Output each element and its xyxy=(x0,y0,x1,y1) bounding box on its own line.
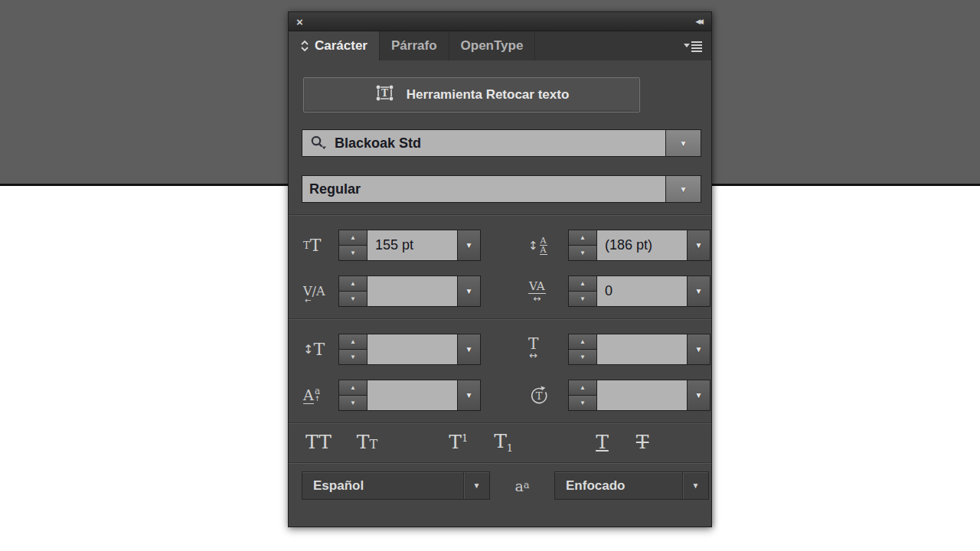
strikethrough-button[interactable]: T xyxy=(636,432,649,452)
font-size-input[interactable]: 155 pt xyxy=(367,230,457,260)
superscript-button[interactable]: T1 xyxy=(449,432,468,452)
leading-dropdown-button[interactable]: ▼ xyxy=(687,230,710,260)
font-size-icon: TT xyxy=(303,237,338,254)
text-rotation-stepper[interactable]: ▲ ▼ xyxy=(569,380,596,410)
step-down-icon[interactable]: ▼ xyxy=(339,292,367,306)
font-size-control: ▲ ▼ 155 pt ▼ xyxy=(338,230,481,261)
kerning-dropdown-button[interactable]: ▼ xyxy=(457,276,480,306)
language-dropdown[interactable]: Español ▼ xyxy=(302,471,490,500)
step-up-icon[interactable]: ▲ xyxy=(569,276,596,292)
tracking-icon: VA↔ xyxy=(528,279,568,304)
touch-type-tool-icon: T xyxy=(374,83,395,107)
font-size-stepper[interactable]: ▲ ▼ xyxy=(339,230,367,260)
baseline-shift-icon: A a↑ xyxy=(303,386,338,404)
baseline-shift-dropdown-button[interactable]: ▼ xyxy=(457,380,480,410)
chevron-down-icon: ▼ xyxy=(695,345,703,354)
step-up-icon[interactable]: ▲ xyxy=(339,334,367,350)
divider xyxy=(289,214,711,215)
chevron-down-icon: ▼ xyxy=(695,287,703,295)
step-down-icon[interactable]: ▼ xyxy=(569,396,596,410)
vertical-scale-input[interactable] xyxy=(367,334,457,364)
panel-menu-icon[interactable] xyxy=(675,31,711,60)
vertical-scale-stepper[interactable]: ▲ ▼ xyxy=(339,334,367,364)
leading-stepper[interactable]: ▲ ▼ xyxy=(569,230,596,260)
font-style-value: Regular xyxy=(309,181,361,197)
tracking-dropdown-button[interactable]: ▼ xyxy=(687,276,710,306)
language-value: Español xyxy=(302,478,463,494)
chevron-down-icon: ▼ xyxy=(680,139,688,148)
kerning-control: ▲ ▼ ▼ xyxy=(338,276,481,307)
horizontal-scale-control: ▲ ▼ ▼ xyxy=(568,334,710,365)
tab-label: OpenType xyxy=(461,38,524,54)
step-down-icon[interactable]: ▼ xyxy=(339,396,367,410)
text-rotation-control: ▲ ▼ ▼ xyxy=(568,380,710,411)
chevron-down-icon: ▼ xyxy=(466,345,473,354)
step-down-icon[interactable]: ▼ xyxy=(569,350,596,364)
step-up-icon[interactable]: ▲ xyxy=(339,380,367,396)
tab-label: Párrafo xyxy=(391,38,437,54)
underline-button[interactable]: T xyxy=(596,432,609,452)
chevron-down-icon: ▼ xyxy=(695,391,703,399)
font-style-dropdown-button[interactable]: ▼ xyxy=(665,176,701,202)
subscript-button[interactable]: T1 xyxy=(494,432,513,453)
font-size-dropdown-button[interactable]: ▼ xyxy=(457,230,480,260)
vertical-scale-dropdown-button[interactable]: ▼ xyxy=(457,334,480,364)
kerning-icon: V/A ← xyxy=(303,284,338,298)
step-down-icon[interactable]: ▼ xyxy=(339,246,367,260)
tracking-control: ▲ ▼ 0 ▼ xyxy=(568,276,710,307)
font-family-combo: Blackoak Std ▼ xyxy=(302,129,701,157)
font-family-dropdown-button[interactable]: ▼ xyxy=(665,130,701,156)
bottom-row: Español ▼ aa Enfocado ▼ xyxy=(302,471,711,500)
svg-text:T: T xyxy=(381,88,388,99)
divider xyxy=(289,462,711,463)
kerning-stepper[interactable]: ▲ ▼ xyxy=(339,276,367,306)
text-rotation-icon: T xyxy=(528,385,568,406)
step-up-icon[interactable]: ▲ xyxy=(569,230,596,246)
chevron-down-icon: ▼ xyxy=(466,391,473,399)
chevron-down-icon: ▼ xyxy=(695,241,703,249)
font-style-input[interactable]: Regular xyxy=(302,176,665,202)
kerning-tracking-row: V/A ← ▲ ▼ ▼ VA↔ ▲ ▼ 0 ▼ xyxy=(289,276,711,307)
horizontal-scale-dropdown-button[interactable]: ▼ xyxy=(687,334,710,364)
horizontal-scale-stepper[interactable]: ▲ ▼ xyxy=(569,334,596,364)
all-caps-button[interactable]: TT xyxy=(305,432,332,452)
chevron-down-icon: ▼ xyxy=(466,287,473,295)
tab-caracter[interactable]: Carácter xyxy=(289,31,380,60)
leading-input[interactable]: (186 pt) xyxy=(596,230,687,260)
chevron-down-icon: ▼ xyxy=(463,472,489,499)
leading-control: ▲ ▼ (186 pt) ▼ xyxy=(568,230,710,261)
text-rotation-input[interactable] xyxy=(596,380,687,410)
divider xyxy=(289,318,711,319)
font-family-value: Blackoak Std xyxy=(335,135,421,152)
anti-aliasing-value: Enfocado xyxy=(555,478,682,494)
leading-icon: ↕ AA xyxy=(528,236,568,255)
step-up-icon[interactable]: ▲ xyxy=(569,380,596,396)
vertical-scale-icon: ↕T xyxy=(303,340,338,359)
step-up-icon[interactable]: ▲ xyxy=(339,276,367,292)
tab-bar: Carácter Párrafo OpenType xyxy=(289,31,711,60)
anti-aliasing-dropdown[interactable]: Enfocado ▼ xyxy=(554,471,709,500)
step-down-icon[interactable]: ▼ xyxy=(569,292,596,306)
horizontal-scale-input[interactable] xyxy=(596,334,687,364)
tab-opentype[interactable]: OpenType xyxy=(449,31,536,60)
tab-parrafo[interactable]: Párrafo xyxy=(380,31,449,60)
size-leading-row: TT ▲ ▼ 155 pt ▼ ↕ AA ▲ ▼ (186 pt) xyxy=(289,230,711,261)
anti-alias-icon: aa xyxy=(490,478,554,492)
vertical-scale-control: ▲ ▼ ▼ xyxy=(338,334,481,365)
close-icon[interactable]: × xyxy=(296,16,303,28)
baseline-shift-stepper[interactable]: ▲ ▼ xyxy=(339,380,367,410)
step-down-icon[interactable]: ▼ xyxy=(569,246,596,260)
step-up-icon[interactable]: ▲ xyxy=(339,230,367,246)
font-family-input[interactable]: Blackoak Std xyxy=(302,130,665,156)
style-buttons-row: TT TT T1 T1 T T xyxy=(289,423,711,461)
small-caps-button[interactable]: TT xyxy=(357,432,377,452)
text-rotation-dropdown-button[interactable]: ▼ xyxy=(687,380,710,410)
touch-type-tool-button[interactable]: T Herramienta Retocar texto xyxy=(303,77,640,112)
kerning-input[interactable] xyxy=(367,276,457,306)
tracking-stepper[interactable]: ▲ ▼ xyxy=(569,276,596,306)
baseline-shift-input[interactable] xyxy=(367,380,457,410)
tracking-input[interactable]: 0 xyxy=(596,276,687,306)
collapse-to-icons-icon[interactable]: ◀◀ xyxy=(695,18,704,25)
step-up-icon[interactable]: ▲ xyxy=(569,334,596,350)
step-down-icon[interactable]: ▼ xyxy=(339,350,367,364)
